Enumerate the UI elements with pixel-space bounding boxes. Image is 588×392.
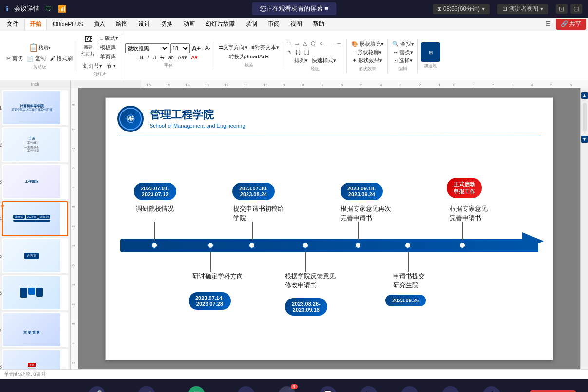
underline-btn[interactable]: U: [151, 54, 158, 61]
font-size-down[interactable]: A-: [203, 44, 212, 52]
brace-tool[interactable]: { }: [294, 48, 302, 55]
bold-btn[interactable]: B: [138, 54, 145, 61]
scroll-down-btn[interactable]: ▼: [581, 136, 588, 143]
presenter-dropdown[interactable]: ▾: [540, 5, 543, 12]
rect-tool[interactable]: □: [286, 40, 292, 47]
pentagon-tool[interactable]: ⬠: [309, 40, 317, 47]
new-slide-btn[interactable]: 🖼 新建幻灯片: [79, 34, 96, 58]
meeting-info-label[interactable]: 会议详情: [14, 4, 39, 13]
triangle-tool[interactable]: △: [302, 40, 308, 47]
chat-btn[interactable]: 💬 聊天: [315, 386, 341, 392]
slide-img-4: 2023.07 2023.08 2023.09: [3, 202, 60, 235]
strikethrough-btn[interactable]: S: [159, 54, 165, 61]
slide-thumb-2[interactable]: 2 目录 —工作概述—主要成果—工作计划: [2, 127, 68, 162]
single-page-btn[interactable]: 单页库: [98, 53, 120, 61]
fullscreen-btn-2[interactable]: ⊟: [570, 4, 582, 14]
mute-btn[interactable]: 🎤 静音: [84, 386, 110, 392]
svg-text:7: 7: [72, 128, 75, 130]
invite-btn[interactable]: ✉ 邀请: [233, 386, 259, 392]
slide-thumb-8[interactable]: 8 重要: [2, 349, 68, 369]
tab-design[interactable]: 设计: [133, 19, 155, 30]
convert-smartart-btn[interactable]: 转换为SmartArt▾: [228, 53, 270, 61]
text-dir-btn[interactable]: ⇄文字方向▾: [217, 43, 249, 52]
timer-text: 08:56(60分钟): [443, 5, 480, 13]
font-size-up[interactable]: A+: [190, 44, 202, 53]
shape-fill-btn[interactable]: 🎨 形状填充▾: [350, 40, 385, 48]
window-restore[interactable]: ⊟: [542, 19, 554, 30]
date-bubble-1: 2023.07.01-2023.07.12: [134, 183, 176, 200]
font-case-btn[interactable]: Aa▾: [176, 54, 189, 61]
tab-view[interactable]: 视图: [285, 19, 307, 30]
settings-icon: ⚙: [483, 386, 500, 392]
slide-thumb-1[interactable]: 1 计算机科学学院 某某学院以上工作汇报工作汇报: [2, 90, 68, 125]
italic-btn[interactable]: I: [146, 54, 150, 61]
tab-file[interactable]: 文件: [2, 19, 23, 30]
quick-style-btn[interactable]: 快速样式▾: [310, 56, 338, 65]
scroll-up-btn[interactable]: ▲: [581, 92, 588, 99]
font-select[interactable]: 微软雅黑: [125, 43, 169, 53]
format-brush-btn[interactable]: 🖌 格式刷: [48, 55, 74, 63]
scroll-track[interactable]: [583, 103, 587, 132]
tab-record[interactable]: 录制: [241, 19, 262, 30]
slide-thumb-4[interactable]: 4 ★ 2023.07 2023.08 2023.09: [2, 201, 68, 236]
slide-thumb-3[interactable]: 3 工作情况: [2, 164, 68, 199]
share-btn[interactable]: 🔗 共享: [556, 19, 586, 30]
select-btn[interactable]: ⊡ 选择▾: [392, 56, 414, 65]
tab-officeplus[interactable]: OfficePLUS: [48, 19, 88, 30]
cut-btn[interactable]: ✂ 剪切: [5, 55, 24, 63]
slide-thumb-5[interactable]: 5 内容页: [2, 238, 68, 273]
members-badge: 9: [291, 384, 298, 389]
line-tool[interactable]: —: [325, 40, 334, 47]
section-btn[interactable]: 幻灯节▾: [82, 62, 104, 70]
paste-btn[interactable]: 📋 粘贴 ▾: [27, 42, 53, 54]
shape-effect-btn[interactable]: ✦ 形状效果▾: [351, 56, 384, 65]
tab-slideshow[interactable]: 幻灯片故障: [201, 19, 240, 30]
tab-insert[interactable]: 插入: [89, 19, 110, 30]
tab-help[interactable]: 帮助: [308, 19, 329, 30]
info-icon[interactable]: ℹ: [6, 5, 8, 13]
date-below-3: 2023.09.26: [385, 295, 426, 306]
bracket-tool[interactable]: [ ]: [303, 48, 310, 55]
tab-transition[interactable]: 切换: [156, 19, 177, 30]
fullscreen-btns: ⊡ ⊟: [556, 4, 582, 14]
slide-num-7: 7: [0, 327, 2, 333]
response-btn[interactable]: ↩ 回应: [397, 386, 422, 392]
fullscreen-btn-1[interactable]: ⊡: [556, 4, 568, 14]
tab-review[interactable]: 审阅: [263, 19, 285, 30]
font-size-select[interactable]: 18: [170, 43, 190, 53]
section2-btn[interactable]: 节 ▾: [105, 62, 117, 70]
leave-meeting-btn[interactable]: 离开会议: [530, 390, 576, 392]
find-btn[interactable]: 🔍 查找▾: [391, 40, 416, 48]
text-shadow-btn[interactable]: ab: [167, 54, 175, 61]
template-big-btn[interactable]: ⊞: [421, 42, 440, 62]
slide-canvas[interactable]: ME 管 管理工程学院 School of Management and Eng…: [105, 97, 553, 360]
svg-text:14: 14: [185, 83, 190, 87]
tab-animation[interactable]: 动画: [178, 19, 200, 30]
align-text-btn[interactable]: ≡对齐文本▾: [250, 43, 280, 52]
shape-outline-btn[interactable]: □ 形状轮廓▾: [351, 48, 383, 56]
replace-btn[interactable]: ↔ 替换▾: [391, 48, 415, 56]
settings-btn[interactable]: ⚙ 设置: [479, 386, 504, 392]
arrow-tool[interactable]: →: [335, 40, 343, 47]
presenter-view-btn[interactable]: ⊡ 演讲者视图 ▾: [497, 4, 548, 14]
layout-btn[interactable]: □ 版式▾: [98, 34, 120, 42]
slide-thumb-6[interactable]: 6: [2, 275, 68, 310]
tab-draw[interactable]: 绘图: [111, 19, 133, 30]
video-btn[interactable]: 📹 开启视频: [134, 386, 159, 392]
paste-dropdown[interactable]: ▾: [48, 45, 51, 50]
share-screen-btn[interactable]: 🖥 共享屏幕: [184, 386, 209, 392]
invite-icon: ✉: [237, 386, 255, 392]
tab-start[interactable]: 开始: [24, 19, 47, 30]
slide-thumb-7[interactable]: 7 主 要 策 略: [2, 312, 68, 347]
members-btn[interactable]: 👥 9 成员(9): [274, 386, 300, 392]
timer-dropdown-icon[interactable]: ▾: [482, 5, 485, 12]
record-btn[interactable]: ⏺ 录制: [356, 386, 381, 392]
template-btn[interactable]: 模板库: [98, 43, 120, 52]
copy-btn[interactable]: 📄 复制: [25, 55, 47, 63]
rounded-rect-tool[interactable]: ▭: [293, 40, 301, 47]
arrange-btn[interactable]: 排列▾: [293, 56, 309, 65]
circle-tool[interactable]: ○: [318, 40, 324, 47]
font-color-btn[interactable]: A▾: [190, 54, 199, 61]
apps-btn[interactable]: ⊞ 应用: [438, 386, 463, 392]
curve-tool[interactable]: ∿: [286, 48, 293, 56]
